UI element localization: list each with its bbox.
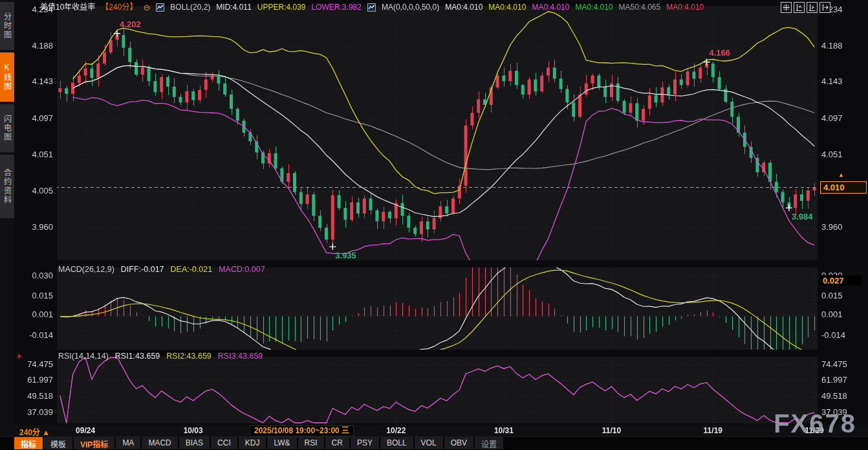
rsi-y-label: 49.518 (821, 391, 860, 401)
macd-y-label: -0.014 (821, 330, 860, 340)
toolbar-item-boll[interactable]: BOLL (380, 437, 413, 449)
x-axis-row: 240分 ▲ 2025/10/08 19:00~23:00 三 09/2410/… (14, 425, 868, 436)
price-annotation: 3.935 (335, 251, 356, 260)
header-token: 【240分】 (101, 3, 137, 12)
current-price-box: 4.010 (820, 181, 867, 194)
price-arrow-icon: ▲ (838, 172, 846, 178)
header-token: MA(0,0,0,0,50,0) (382, 3, 439, 12)
rsi-y-label: 61.997 (821, 375, 860, 385)
toolbar-item-cci[interactable]: CCI (211, 437, 237, 449)
toolbar-item-lw&[interactable]: LW& (267, 437, 296, 449)
toolbar-item-指标[interactable]: 指标 (14, 437, 43, 449)
watermark: FX678 (774, 409, 856, 438)
toolbar-item-vip指标[interactable]: VIP指标 (74, 437, 114, 449)
main-y-label: 4.097 (821, 113, 860, 123)
scale-left-icon[interactable] (794, 2, 805, 13)
indicator-header-token: RSI2:43.659 (166, 352, 212, 361)
toolbar-item-ma[interactable]: MA (116, 437, 140, 449)
crosshair-tool-icon[interactable] (781, 2, 792, 13)
charting-app: 分时图K线图闪电图合约资料 美债10年收益率【240分】⊖BOLL(20,2)M… (0, 0, 868, 450)
minus-circle-icon[interactable]: ⊖ (143, 3, 150, 12)
toolbar-item-kdj[interactable]: KDJ (239, 437, 266, 449)
header-token: MA0:4.010 (575, 3, 613, 12)
bottom-toolbar: 指标模板VIP指标MAMACDBIASCCIKDJLW&RSICRPSYBOLL… (0, 436, 868, 450)
header-token: BOLL(20,2) (170, 3, 210, 12)
period-selector[interactable]: 240分 ▲ (19, 426, 50, 437)
x-axis-date-label: 09/24 (66, 426, 105, 435)
rsi-y-label: 74.475 (821, 359, 860, 369)
toolbar-item-macd[interactable]: MACD (142, 437, 177, 449)
indicator-thumb-icon (156, 3, 164, 12)
price-annotation: 3.984 (792, 212, 813, 221)
indicator-header-token: DEA:-0.021 (171, 265, 213, 274)
toolbar-item-vol[interactable]: VOL (415, 437, 443, 449)
indicator-header-token: MACD:0.007 (219, 265, 265, 274)
toolbar-item-模板[interactable]: 模板 (44, 437, 72, 449)
sidebar-tab-2[interactable]: K线图 (0, 52, 14, 102)
macd-y-label: -0.014 (14, 330, 53, 340)
toolbar-item-rsi[interactable]: RSI (298, 437, 324, 449)
rsi-y-label: 49.518 (14, 391, 53, 401)
macd-y-label: 0.030 (14, 271, 53, 280)
scale-right-icon[interactable] (807, 2, 818, 13)
header-token: UPPER:4.039 (257, 3, 306, 12)
window-icons (781, 2, 830, 13)
header-token: MA50:4.065 (618, 3, 660, 12)
sidebar-tab-4[interactable]: 合约资料 (0, 155, 14, 218)
macd-header: MACD(26,12,9)DIFF:-0.017DEA:-0.021MACD:0… (58, 265, 265, 274)
alert-icon[interactable]: ☀ (16, 352, 23, 361)
main-y-label: 4.005 (14, 186, 53, 196)
sidebar-tab-3[interactable]: 闪电图 (0, 104, 14, 152)
header-token: MA0:4.010 (445, 3, 483, 12)
sidebar: 分时图K线图闪电图合约资料 (0, 0, 14, 450)
toolbar-item-bias[interactable]: BIAS (179, 437, 210, 449)
macd-y-label: 0.015 (821, 291, 860, 300)
main-y-label: 4.051 (14, 150, 53, 159)
x-axis-date-label: 10/03 (174, 426, 213, 435)
toolbar-item-cr[interactable]: CR (325, 437, 349, 449)
main-y-label: 4.188 (821, 41, 860, 51)
chart-canvas[interactable] (0, 0, 868, 450)
indicator-header-token: MACD(26,12,9) (58, 265, 114, 274)
macd-y-label: 0.001 (14, 309, 53, 319)
pane-expand-icon[interactable] (819, 2, 830, 13)
macd-y-label: 0.015 (14, 291, 53, 300)
main-y-label: 3.960 (821, 222, 860, 232)
indicator-header-token: RSI3:43.659 (218, 352, 263, 361)
indicator-header-token: DIFF:-0.017 (121, 265, 164, 274)
main-y-label: 3.960 (14, 222, 53, 232)
price-annotation: 4.166 (710, 48, 731, 58)
rsi-header: RSI(14,14,14)RSI1:43.659RSI2:43.659RSI3:… (58, 352, 263, 361)
main-y-label: 4.051 (821, 150, 860, 159)
header-token: MA0:4.010 (532, 3, 569, 12)
sidebar-tab-1[interactable]: 分时图 (0, 2, 14, 50)
macd-y-label: 0.001 (821, 309, 860, 319)
indicator-thumb-icon (367, 3, 376, 12)
x-axis-date-label: 11/19 (693, 426, 732, 435)
toolbar-item-设置[interactable]: 设置 (475, 437, 503, 449)
header-token: MA0:4.010 (488, 3, 526, 12)
main-y-label: 4.143 (14, 76, 53, 86)
header-token: MID:4.011 (216, 3, 251, 12)
indicator-header-token: RSI1:43.659 (115, 352, 160, 361)
toolbar-item-obv[interactable]: OBV (444, 437, 473, 449)
indicator-header-token: RSI(14,14,14) (58, 352, 109, 361)
rsi-y-label: 61.997 (14, 375, 53, 385)
x-axis-date-label: 10/31 (484, 426, 523, 435)
price-annotation: 4.202 (120, 19, 141, 29)
header-token: LOWER:3.982 (312, 3, 362, 12)
header-token: 美债10年收益率 (40, 3, 95, 12)
main-y-label: 4.097 (14, 113, 53, 123)
x-axis-date-label: 10/22 (376, 426, 415, 435)
chart-header: 美债10年收益率【240分】⊖BOLL(20,2)MID:4.011UPPER:… (40, 2, 704, 12)
toolbar-item-psy[interactable]: PSY (351, 437, 379, 449)
main-y-label: 4.143 (821, 76, 860, 86)
rsi-y-label: 37.039 (14, 407, 53, 417)
main-y-label: 4.188 (14, 41, 53, 51)
header-token: MA0:4.010 (666, 3, 704, 12)
crosshair-date-tooltip: 2025/10/08 19:00~23:00 三 (250, 425, 354, 436)
macd-value-box: 0.027 (820, 275, 862, 286)
x-axis-date-label: 11/10 (592, 426, 631, 435)
